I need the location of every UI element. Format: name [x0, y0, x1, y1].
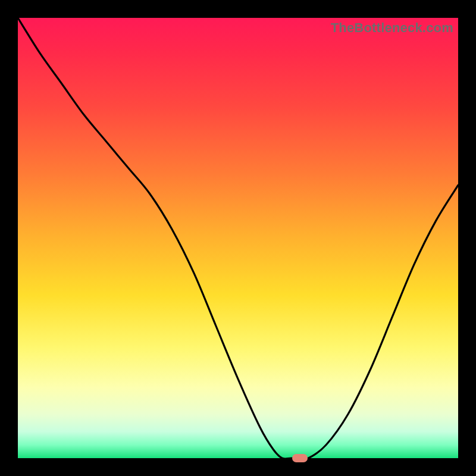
bottleneck-curve [18, 18, 458, 458]
chart-frame: TheBottleneck.com [0, 0, 476, 476]
plot-area: TheBottleneck.com [18, 18, 458, 458]
curve-path [18, 18, 458, 458]
optimal-point-marker [292, 454, 308, 462]
